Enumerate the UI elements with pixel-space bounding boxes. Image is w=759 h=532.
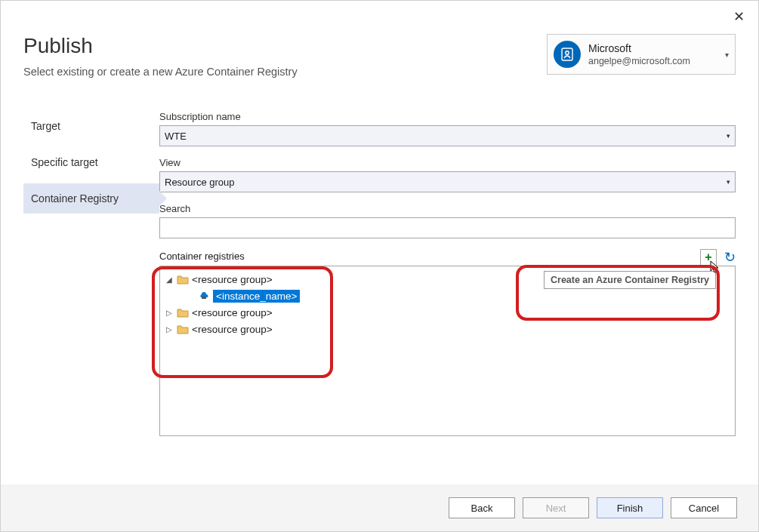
create-registry-button[interactable]: + Create an Azure Container Registry (700, 249, 717, 266)
step-specific-target[interactable]: Specific target (23, 147, 159, 177)
step-target[interactable]: Target (23, 111, 159, 141)
subscription-select[interactable]: WTE ▾ (159, 125, 736, 146)
tree-label: <resource group> (192, 324, 273, 335)
account-info: Microsoft angelpe@microsoft.com (588, 42, 720, 67)
tree-row-group-2[interactable]: ▷ <resource group> (166, 321, 729, 337)
form-area: Subscription name WTE ▾ View Resource gr… (159, 111, 736, 436)
subscription-value: WTE (165, 131, 187, 142)
tree-title: Container registries (159, 251, 245, 262)
registry-icon (198, 290, 210, 303)
svg-point-1 (566, 51, 569, 54)
tree-row-instance[interactable]: <instance_name> (166, 288, 729, 304)
account-name: Microsoft (588, 42, 720, 55)
chevron-down-icon: ▾ (727, 178, 730, 186)
cursor-icon (710, 260, 720, 274)
next-button: Next (523, 497, 589, 518)
search-input[interactable] (159, 217, 736, 238)
folder-icon (177, 307, 189, 318)
finish-button[interactable]: Finish (597, 497, 663, 518)
cancel-button[interactable]: Cancel (671, 497, 737, 518)
folder-icon (177, 324, 189, 334)
registry-tree[interactable]: ◢ <resource group> <instance_name> ▷ <re… (159, 266, 736, 436)
view-value: Resource group (165, 177, 235, 188)
search-label: Search (159, 203, 736, 214)
expander-icon[interactable]: ◢ (166, 275, 177, 284)
view-label: View (159, 157, 736, 168)
tree-row-group-1[interactable]: ▷ <resource group> (166, 304, 729, 321)
account-selector[interactable]: Microsoft angelpe@microsoft.com ▾ (547, 34, 736, 75)
subscription-label: Subscription name (159, 111, 736, 122)
create-registry-tooltip: Create an Azure Container Registry (544, 271, 716, 289)
account-dropdown-icon[interactable]: ▾ (720, 51, 729, 59)
account-email: angelpe@microsoft.com (588, 55, 720, 67)
expander-icon[interactable]: ▷ (166, 325, 177, 334)
account-badge-icon (554, 41, 581, 68)
dialog-footer: Back Next Finish Cancel (1, 484, 758, 531)
back-button[interactable]: Back (449, 497, 515, 518)
view-select[interactable]: Resource group ▾ (159, 171, 736, 192)
svg-rect-2 (202, 297, 206, 299)
tree-label: <resource group> (192, 307, 273, 318)
tree-label: <instance_name> (213, 290, 300, 303)
wizard-steps: Target Specific target Container Registr… (23, 111, 159, 436)
chevron-down-icon: ▾ (727, 132, 730, 140)
tree-label: <resource group> (192, 274, 273, 285)
folder-icon (177, 274, 189, 284)
step-container-registry[interactable]: Container Registry (23, 183, 159, 214)
refresh-button[interactable]: ↻ (724, 249, 736, 266)
close-icon[interactable]: ✕ (733, 8, 745, 25)
expander-icon[interactable]: ▷ (166, 309, 177, 317)
